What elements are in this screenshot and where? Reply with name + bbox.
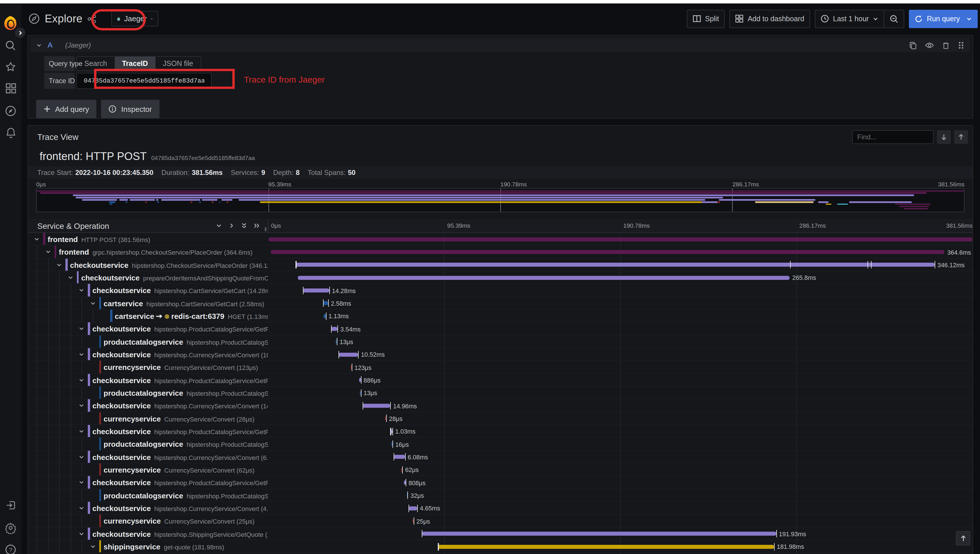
collapse-chevron-icon[interactable] — [36, 42, 42, 48]
grafana-logo[interactable] — [3, 16, 18, 31]
run-query-button[interactable]: Run query — [909, 10, 978, 28]
find-prev-button[interactable] — [954, 130, 968, 144]
column-resize-handle[interactable]: ‖ — [265, 226, 266, 232]
span-row[interactable]: checkoutservicehipstershop.CurrencyServi… — [28, 502, 972, 515]
sidebar-item-explore[interactable] — [0, 102, 21, 119]
row-chevron-icon[interactable] — [67, 275, 73, 280]
span-bar[interactable] — [323, 301, 328, 306]
split-button[interactable]: Split — [687, 10, 725, 28]
span-bar[interactable] — [298, 275, 789, 280]
span-bar[interactable] — [296, 263, 935, 267]
copy-icon[interactable] — [909, 41, 917, 49]
drag-grip-icon[interactable] — [958, 41, 964, 49]
sidebar-item-starred[interactable] — [0, 58, 21, 75]
span-bar[interactable] — [438, 544, 774, 549]
span-row[interactable]: currencyserviceCurrencyService/Convert (… — [28, 361, 972, 374]
span-bar[interactable] — [303, 288, 329, 293]
inspector-button[interactable]: Inspector — [101, 100, 159, 118]
sidebar-item-help[interactable]: ? — [0, 541, 21, 554]
span-row[interactable]: currencyserviceCurrencyService/Convert (… — [28, 463, 972, 476]
service-color-strip — [88, 527, 90, 540]
span-row[interactable]: checkoutservicehipstershop.ShippingServi… — [28, 527, 972, 540]
row-chevron-icon[interactable] — [79, 326, 84, 332]
span-row[interactable]: checkoutservicehipstershop.CurrencyServi… — [28, 348, 972, 361]
span-row[interactable]: productcatalogservicehipstershop.Product… — [28, 438, 972, 451]
share-icon[interactable] — [87, 14, 96, 23]
span-row[interactable]: frontendgrpc.hipstershop.CheckoutService… — [28, 246, 972, 259]
row-chevron-icon[interactable] — [79, 428, 84, 434]
indent-guide — [37, 463, 37, 476]
row-chevron-icon[interactable] — [79, 479, 84, 485]
row-chevron-icon[interactable] — [90, 300, 96, 306]
time-range-picker[interactable]: Last 1 hour — [815, 10, 884, 27]
sidebar-item-sign-in[interactable] — [0, 497, 21, 514]
span-bar[interactable] — [331, 327, 337, 331]
trace-minimap[interactable] — [36, 188, 964, 212]
span-bar[interactable] — [422, 532, 776, 536]
query-row-header[interactable]: A (Jaeger) — [31, 38, 970, 52]
scroll-to-top-button[interactable] — [956, 531, 970, 545]
span-row[interactable]: checkoutservicehipstershop.ProductCatalo… — [28, 374, 972, 387]
span-row[interactable]: productcatalogservicehipstershop.Product… — [28, 335, 972, 348]
sidebar-item-search[interactable] — [0, 37, 21, 54]
span-row[interactable]: checkoutservicehipstershop.ProductCatalo… — [28, 425, 972, 438]
sidebar-expand-button[interactable] — [15, 27, 25, 38]
span-row[interactable]: frontendHTTP POST (381.56ms) — [28, 233, 972, 246]
trash-icon[interactable] — [942, 41, 950, 49]
row-chevron-icon[interactable] — [45, 249, 51, 255]
span-row[interactable]: productcatalogservicehipstershop.Product… — [28, 489, 972, 502]
span-row[interactable]: checkoutservicehipstershop.CurrencyServi… — [28, 451, 972, 463]
span-bar[interactable] — [408, 506, 417, 510]
collapse-one-icon[interactable] — [216, 223, 222, 229]
sidebar-item-alerting[interactable] — [0, 124, 21, 141]
span-bar[interactable] — [323, 314, 326, 318]
trace-id-input[interactable] — [76, 73, 212, 89]
span-bar[interactable] — [271, 250, 945, 254]
row-chevron-icon[interactable] — [79, 352, 84, 357]
indent-guide — [70, 514, 71, 527]
query-type-tab-search[interactable]: Search — [77, 57, 115, 70]
indent-guide — [59, 438, 60, 450]
span-row[interactable]: currencyserviceCurrencyService/Convert (… — [28, 514, 972, 527]
eye-icon[interactable] — [925, 41, 934, 49]
span-bar[interactable] — [339, 352, 359, 357]
row-chevron-icon[interactable] — [79, 454, 84, 460]
row-chevron-icon[interactable] — [79, 531, 84, 536]
row-chevron-icon[interactable] — [90, 544, 96, 549]
sidebar-item-configuration[interactable] — [0, 519, 21, 536]
row-chevron-icon[interactable] — [79, 403, 84, 409]
sidebar-item-dashboards[interactable] — [0, 80, 21, 97]
add-to-dashboard-button[interactable]: Add to dashboard — [729, 10, 810, 28]
span-bar[interactable] — [268, 237, 972, 241]
span-row[interactable]: checkoutservicehipstershop.CheckoutServi… — [28, 258, 972, 271]
expand-all-icon[interactable] — [253, 223, 260, 229]
row-chevron-icon[interactable] — [79, 505, 84, 511]
find-input[interactable] — [852, 130, 934, 144]
span-bar[interactable] — [363, 404, 390, 408]
find-next-button[interactable] — [937, 130, 951, 144]
add-query-button[interactable]: Add query — [36, 100, 97, 118]
query-type-tab-json-file[interactable]: JSON file — [156, 57, 201, 70]
row-chevron-icon[interactable] — [34, 236, 40, 242]
span-row[interactable]: checkoutservicehipstershop.ProductCatalo… — [28, 476, 972, 489]
indent-guide — [59, 400, 60, 412]
span-row[interactable]: checkoutserviceprepareOrderItemsAndShipp… — [28, 271, 972, 284]
span-row[interactable]: checkoutservicehipstershop.ProductCatalo… — [28, 323, 972, 336]
indent-guide — [59, 297, 60, 309]
span-row[interactable]: checkoutservicehipstershop.CartService/G… — [28, 284, 972, 297]
zoom-out-button[interactable] — [884, 10, 904, 27]
span-row[interactable]: currencyserviceCurrencyService/Convert (… — [28, 412, 972, 425]
row-chevron-icon[interactable] — [79, 377, 84, 383]
collapse-all-icon[interactable] — [241, 223, 247, 229]
span-bar[interactable] — [394, 455, 405, 459]
span-row[interactable]: productcatalogservicehipstershop.Product… — [28, 387, 972, 400]
span-row[interactable]: cartservicehipstershop.CartService/GetCa… — [28, 297, 972, 310]
query-type-tab-traceid[interactable]: TraceID — [115, 57, 155, 70]
row-chevron-icon[interactable] — [56, 262, 62, 267]
expand-one-icon[interactable] — [228, 223, 235, 229]
datasource-picker[interactable]: Jaeger — [111, 11, 158, 26]
span-row[interactable]: cartservice redis-cart:6379HGET (1.13ms)… — [28, 310, 972, 323]
span-row[interactable]: checkoutservicehipstershop.CurrencyServi… — [28, 400, 972, 412]
row-chevron-icon[interactable] — [79, 288, 84, 293]
span-row[interactable]: shippingserviceget-quote (181.98ms)181.9… — [28, 540, 972, 553]
